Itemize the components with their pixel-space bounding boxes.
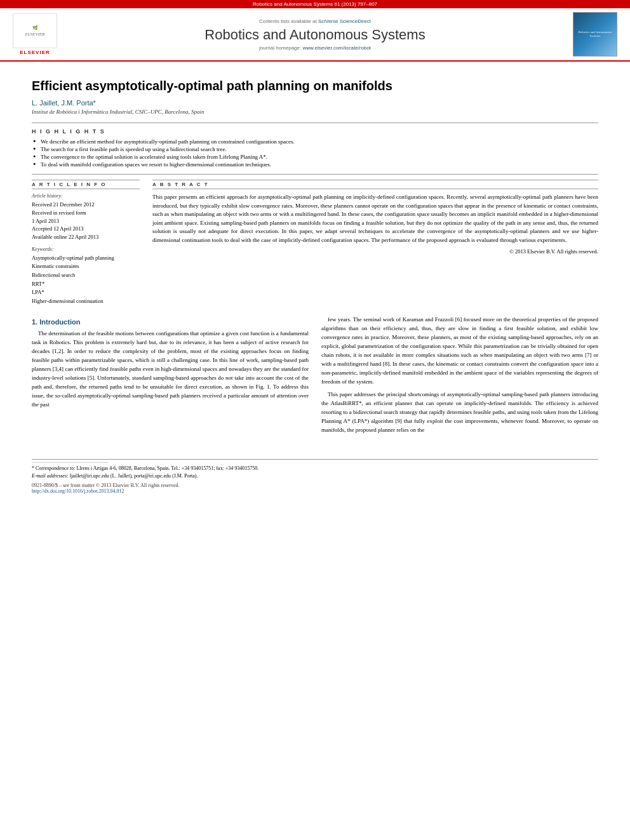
- history-label: Article history:: [32, 193, 140, 199]
- footnote-emails: E-mail addresses: ljaillet@iri.upc.edu (…: [32, 472, 598, 480]
- body-col1-text: The determination of the feasible motion…: [32, 330, 309, 409]
- authors-text: L. Jaillet, J.M. Porta*: [32, 99, 96, 107]
- footnote-correspondence: * Correspondence to: Llrens i Artigas 4-…: [32, 462, 598, 472]
- journal-top-bar: Robotics and Autonomous Systems 61 (2013…: [0, 0, 630, 8]
- body-paragraph: The determination of the feasible motion…: [32, 330, 309, 409]
- body-columns: 1. Introduction The determination of the…: [32, 316, 598, 438]
- list-item: To deal with manifold configuration spac…: [32, 161, 598, 168]
- list-item: We describe an efficient method for asym…: [32, 138, 598, 145]
- abstract-column: A B S T R A C T This paper presents an e…: [152, 180, 598, 305]
- body-col-right: few years. The seminal work of Karaman a…: [321, 316, 598, 438]
- body-paragraph: few years. The seminal work of Karaman a…: [321, 316, 598, 387]
- keyword-item: RRT*: [32, 280, 140, 289]
- journal-volume-info: Robotics and Autonomous Systems 61 (2013…: [253, 1, 377, 7]
- divider-1: [32, 123, 598, 123]
- journal-homepage: journal homepage: www.elsevier.com/locat…: [64, 45, 566, 51]
- journal-thumbnail: Robotics and Autonomous Systems: [573, 12, 617, 57]
- info-abstract-columns: A R T I C L E I N F O Article history: R…: [32, 180, 598, 305]
- sciverse-line: Contents lists available at SciVerse Sci…: [64, 18, 566, 24]
- body-col-left: 1. Introduction The determination of the…: [32, 316, 309, 438]
- footer-doi: http://dx.doi.org/10.1016/j.robot.2013.0…: [32, 488, 598, 494]
- list-item: The convergence to the optimal solution …: [32, 154, 598, 160]
- available-date: Available online 22 April 2013: [32, 233, 140, 241]
- abstract-header: A B S T R A C T: [152, 180, 598, 189]
- section-1-heading: 1. Introduction: [32, 318, 309, 326]
- article-info-header: A R T I C L E I N F O: [32, 180, 140, 189]
- received-revised-date: 1 April 2013: [32, 217, 140, 225]
- keyword-item: Kinematic constraints: [32, 262, 140, 271]
- body-paragraph: This paper addresses the principal short…: [321, 390, 598, 435]
- journal-center-header: Contents lists available at SciVerse Sci…: [64, 18, 566, 51]
- journal-thumbnail-area: Robotics and Autonomous Systems: [566, 12, 624, 57]
- highlights-label: H I G H L I G H T S: [32, 128, 598, 135]
- copyright-line: © 2013 Elsevier B.V. All rights reserved…: [152, 248, 598, 255]
- body-section: 1. Introduction The determination of the…: [32, 316, 598, 438]
- keyword-item: Higher-dimensional continuation: [32, 297, 140, 306]
- authors-line: L. Jaillet, J.M. Porta*: [32, 99, 598, 107]
- abstract-text: This paper presents an efficient approac…: [152, 193, 598, 244]
- keywords-label: Keywords:: [32, 246, 140, 252]
- elsevier-label: ELSEVIER: [20, 50, 50, 55]
- journal-title: Robotics and Autonomous Systems: [64, 27, 566, 43]
- accepted-date: Accepted 12 April 2013: [32, 225, 140, 233]
- main-content: Efficient asymptotically-optimal path pl…: [0, 62, 630, 451]
- list-item: The search for a first feasible path is …: [32, 146, 598, 152]
- elsevier-logo-area: 🌿 ELSEVIER ELSEVIER: [6, 13, 64, 55]
- affiliation: Institut de Robòtica i Informàtica Indus…: [32, 109, 598, 115]
- keyword-item: LPA*: [32, 288, 140, 297]
- keyword-item: Asymptotically-optimal path planning: [32, 254, 140, 263]
- received-revised-label: Received in revised form: [32, 209, 140, 217]
- body-col2-text: few years. The seminal work of Karaman a…: [321, 316, 598, 434]
- keyword-item: Bidirectional search: [32, 271, 140, 280]
- divider-2: [32, 174, 598, 175]
- journal-header: 🌿 ELSEVIER ELSEVIER Contents lists avail…: [0, 8, 630, 62]
- article-info-column: A R T I C L E I N F O Article history: R…: [32, 180, 140, 305]
- highlights-list: We describe an efficient method for asym…: [32, 138, 598, 168]
- footer: * Correspondence to: Llrens i Artigas 4-…: [32, 459, 598, 494]
- received-date: Received 21 December 2012: [32, 201, 140, 209]
- footer-issn: 0921-8890/$ – see front matter © 2013 El…: [32, 483, 598, 494]
- article-title: Efficient asymptotically-optimal path pl…: [32, 77, 598, 94]
